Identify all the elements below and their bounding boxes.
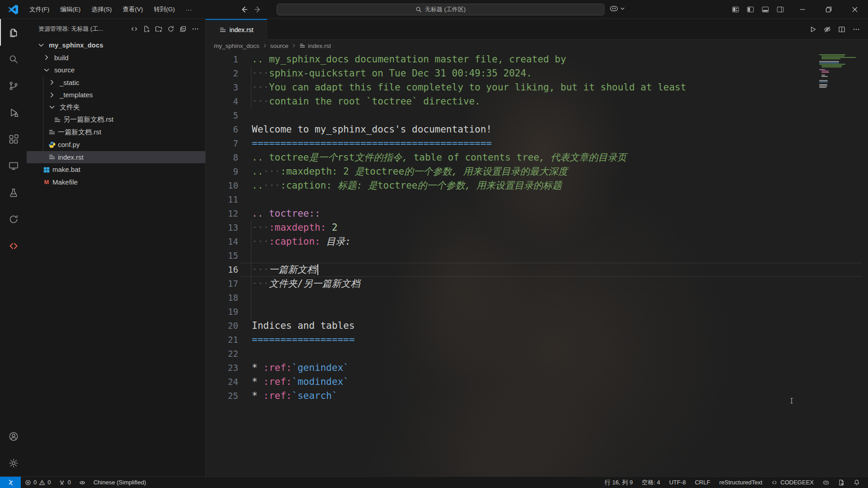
code-line-17[interactable]: 17···文件夹/另一篇新文档: [206, 277, 868, 291]
code-line-5[interactable]: 5: [206, 109, 868, 123]
code-line-1[interactable]: 1.. my_sphinx_docs documentation master …: [206, 52, 868, 66]
code-line-13[interactable]: 13···:maxdepth: 2: [206, 221, 868, 235]
code-line-19[interactable]: 19: [206, 305, 868, 319]
code-line-8[interactable]: 8.. toctree是一个rst文件的指令, table of content…: [206, 151, 868, 165]
line-number[interactable]: 24: [206, 375, 238, 389]
code-line-12[interactable]: 12.. toctree::: [206, 207, 868, 221]
activitybar-sync[interactable]: [0, 206, 27, 232]
run-icon[interactable]: [809, 26, 816, 33]
code-line-14[interactable]: 14···:caption: 目录:: [206, 235, 868, 249]
line-number[interactable]: 25: [206, 389, 238, 403]
customize-layout-icon[interactable]: [731, 5, 740, 14]
collapse-all-icon[interactable]: [179, 25, 187, 33]
activitybar-accounts[interactable]: [0, 423, 27, 450]
breadcrumb-item-my_sphinx_docs[interactable]: my_sphinx_docs: [214, 43, 259, 49]
toggle-secondary-sidebar-icon[interactable]: [776, 5, 784, 14]
minimap[interactable]: [819, 54, 854, 88]
line-number[interactable]: 4: [206, 95, 238, 109]
status-editor-doctor[interactable]: [834, 479, 849, 486]
tab-index-rst[interactable]: index.rst: [206, 19, 267, 40]
tree-item-index.rst[interactable]: index.rst: [27, 151, 205, 164]
code-line-16[interactable]: 16···一篇新文档: [206, 263, 868, 277]
line-number[interactable]: 6: [206, 123, 238, 137]
activitybar-manage[interactable]: [0, 450, 27, 476]
preview-off-icon[interactable]: [824, 26, 831, 33]
code-line-3[interactable]: 3···You can adapt this file completely t…: [206, 81, 868, 95]
tree-item-source[interactable]: source: [27, 64, 205, 76]
tree-item-文件夹[interactable]: 文件夹: [27, 101, 205, 114]
line-number[interactable]: 3: [206, 81, 238, 95]
problems-button[interactable]: 0 0: [21, 477, 55, 488]
tree-item-Makefile[interactable]: MMakefile: [27, 176, 205, 189]
status-indentation[interactable]: 空格: 4: [637, 479, 665, 487]
status-eol[interactable]: CRLF: [690, 479, 715, 486]
status-codegeex[interactable]: CODEGEEX: [767, 479, 818, 486]
line-number[interactable]: 8: [206, 151, 238, 165]
line-number[interactable]: 5: [206, 109, 238, 123]
code-line-25[interactable]: 25* :ref:`search`: [206, 389, 868, 403]
line-number[interactable]: 21: [206, 333, 238, 347]
code-line-9[interactable]: 9..···:maxdepth: 2 是toctree的一个参数, 用来设置目录…: [206, 165, 868, 179]
line-number[interactable]: 16: [206, 263, 238, 277]
line-number[interactable]: 7: [206, 137, 238, 151]
line-number[interactable]: 13: [206, 221, 238, 235]
activitybar-source-control[interactable]: [0, 72, 27, 99]
toggle-panel-icon[interactable]: [761, 5, 769, 14]
code-line-24[interactable]: 24* :ref:`modindex`: [206, 375, 868, 389]
menu-item-3[interactable]: 选择(S): [86, 4, 117, 15]
close-button[interactable]: [842, 0, 868, 19]
status-language-mode[interactable]: reStructuredText: [715, 479, 767, 486]
menu-item-6[interactable]: ···: [181, 5, 197, 15]
code-line-21[interactable]: 21==================: [206, 333, 868, 347]
menu-item-2[interactable]: 编辑(E): [55, 4, 85, 15]
back-arrow-icon[interactable]: [240, 5, 248, 14]
restore-button[interactable]: [816, 0, 842, 19]
display-language[interactable]: Chinese (Simplified): [90, 477, 150, 488]
code-line-23[interactable]: 23* :ref:`genindex`: [206, 361, 868, 375]
line-number[interactable]: 19: [206, 305, 238, 319]
more-icon[interactable]: [192, 25, 199, 33]
code-editor[interactable]: 1.. my_sphinx_docs documentation master …: [206, 52, 868, 476]
line-number[interactable]: 14: [206, 235, 238, 249]
code-line-4[interactable]: 4···contain the root `toctree` directive…: [206, 95, 868, 109]
activitybar-extensions[interactable]: [0, 126, 27, 152]
more-actions-icon[interactable]: [853, 26, 860, 33]
tree-item-make.bat[interactable]: make.bat: [27, 163, 205, 176]
line-number[interactable]: 15: [206, 249, 238, 263]
code-line-7[interactable]: 7=======================================…: [206, 137, 868, 151]
breadcrumb-item-index.rst[interactable]: index.rst: [299, 43, 331, 49]
menu-item-1[interactable]: 文件(F): [24, 4, 54, 15]
new-folder-icon[interactable]: [155, 25, 162, 33]
code-line-11[interactable]: 11: [206, 193, 868, 207]
minimize-button[interactable]: [789, 0, 816, 19]
menu-item-4[interactable]: 查看(V): [118, 4, 148, 15]
activitybar-codegeex[interactable]: [0, 232, 27, 259]
remote-indicator-button[interactable]: [0, 477, 21, 488]
command-center-search[interactable]: 无标题 (工作区): [277, 4, 604, 15]
activitybar-remote-explorer[interactable]: [0, 152, 27, 179]
ports-button[interactable]: 0: [55, 477, 75, 488]
toggle-sidebar-icon[interactable]: [746, 5, 755, 14]
line-number[interactable]: 11: [206, 193, 238, 207]
status-notifications[interactable]: [849, 479, 864, 486]
line-number[interactable]: 23: [206, 361, 238, 375]
new-file-icon[interactable]: [143, 25, 150, 33]
activitybar-explorer[interactable]: [0, 19, 27, 46]
activitybar-run-and-debug[interactable]: [0, 99, 27, 126]
tree-item-_static[interactable]: _static: [27, 76, 205, 89]
tree-item-另一篇新文档.rst[interactable]: 另一篇新文档.rst: [27, 114, 205, 126]
line-number[interactable]: 12: [206, 207, 238, 221]
tree-item-_templates[interactable]: _templates: [27, 89, 205, 101]
code-line-10[interactable]: 10..···:caption: 标题: 是toctree的一个参数, 用来设置…: [206, 179, 868, 193]
code-line-18[interactable]: 18: [206, 291, 868, 305]
breadcrumb-item-source[interactable]: source: [270, 43, 289, 49]
screencast-button[interactable]: [75, 477, 90, 488]
line-number[interactable]: 18: [206, 291, 238, 305]
line-number[interactable]: 17: [206, 277, 238, 291]
line-number[interactable]: 20: [206, 319, 238, 333]
forward-arrow-icon[interactable]: [254, 5, 262, 14]
status-copilot-status[interactable]: [818, 479, 834, 486]
tree-item-conf.py[interactable]: conf.py: [27, 138, 205, 151]
menu-item-5[interactable]: 转到(G): [149, 4, 180, 15]
code-line-22[interactable]: 22: [206, 347, 868, 361]
